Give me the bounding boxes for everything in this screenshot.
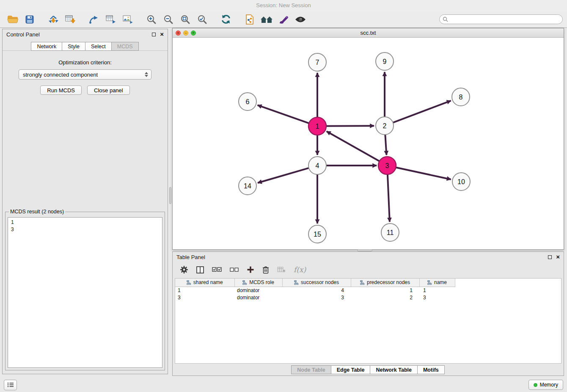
style-brush-button[interactable] [275,12,292,27]
select-all-rows-button[interactable] [212,267,222,273]
run-mcds-button[interactable]: Run MCDS [40,86,82,95]
edge-2-8[interactable] [393,101,451,123]
network-canvas[interactable]: 7968124314101511 [173,38,564,249]
tab-node-table[interactable]: Node Table [291,365,331,374]
vertical-splitter-handle[interactable] [169,187,171,204]
apply-layout-button[interactable] [258,12,275,27]
add-column-button[interactable] [247,266,254,273]
table-cell[interactable]: 1 [175,287,234,294]
criterion-dropdown[interactable]: strongly connected component [19,69,151,80]
deselect-all-rows-button[interactable] [230,267,239,273]
tab-mcds[interactable]: MCDS [111,42,139,51]
zoom-in-button[interactable] [143,12,160,27]
column-label: name [434,279,447,285]
node-4[interactable]: 4 [308,157,326,174]
window-close-icon[interactable]: × [176,30,181,36]
open-session-button[interactable] [4,12,21,27]
edge-3-1[interactable] [327,131,380,161]
float-panel-icon[interactable] [152,33,156,36]
zoom-out-button[interactable] [160,12,177,27]
network-graph[interactable]: 7968124314101511 [173,38,564,249]
table-panel: Table Panel × [172,251,564,376]
horizontal-splitter-handle[interactable] [357,249,372,251]
edge-3-11[interactable] [388,174,390,222]
table-cell[interactable]: 1 [351,287,419,294]
table-cell[interactable]: 2 [351,294,419,301]
table-cell[interactable]: dominator [234,287,282,294]
column-visibility-button[interactable] [196,266,204,273]
table-settings-button[interactable] [180,265,188,274]
tab-edge-table[interactable]: Edge Table [331,365,371,374]
window-minimize-icon[interactable]: − [183,30,188,36]
node-7[interactable]: 7 [308,53,326,71]
zoom-fit-button[interactable] [177,12,194,27]
save-session-button[interactable] [21,12,38,27]
table-cell[interactable]: 4 [282,287,351,294]
delete-column-button[interactable] [262,266,269,274]
export-image-icon [123,15,133,24]
node-15[interactable]: 15 [308,225,326,243]
node-8[interactable]: 8 [452,88,470,106]
close-table-panel-icon[interactable]: × [556,254,560,259]
show-panels-button[interactable] [4,380,17,390]
export-table-button[interactable] [102,12,119,27]
zoom-selected-button[interactable] [194,12,211,27]
deselect-all-icon [230,267,239,273]
toggle-graphics-details-button[interactable] [292,12,309,27]
column-header-name[interactable]: name [419,279,455,287]
export-network-button[interactable] [85,12,102,27]
column-header-predecessor-nodes[interactable]: predecessor nodes [351,279,419,287]
function-builder-button[interactable]: f(x) [294,265,306,274]
table-cell[interactable]: 1 [419,287,455,294]
network-document-button[interactable] [241,12,258,27]
close-panel-icon[interactable]: × [160,32,164,37]
delete-table-button[interactable] [277,266,286,273]
node-6[interactable]: 6 [239,93,256,110]
tab-network-table[interactable]: Network Table [370,365,418,374]
column-header-shared-name[interactable]: shared name [175,279,234,287]
node-14[interactable]: 14 [239,177,256,195]
node-label: 3 [385,162,389,169]
node-11[interactable]: 11 [381,224,399,241]
search-input[interactable] [450,17,559,22]
list-icon [7,382,14,387]
float-table-panel-icon[interactable] [548,255,552,259]
edge-1-2[interactable] [326,126,374,126]
mcds-result-list[interactable]: 1 3 [8,217,162,368]
window-zoom-icon[interactable]: + [191,30,196,36]
node-10[interactable]: 10 [452,173,470,190]
search-field[interactable] [439,14,563,24]
import-network-button[interactable] [45,12,62,27]
result-line: 1 [11,219,159,226]
refresh-view-button[interactable] [217,12,234,27]
column-header-successor-nodes[interactable]: successor nodes [282,279,351,287]
node-1[interactable]: 1 [308,117,326,135]
memory-button[interactable]: Memory [528,380,563,390]
import-table-button[interactable] [62,12,79,27]
columns-icon [196,266,204,273]
import-table-icon [65,15,75,24]
table-cell[interactable]: dominator [234,294,282,301]
table-cell[interactable]: 3 [282,294,351,301]
export-image-button[interactable] [119,12,136,27]
tab-network[interactable]: Network [31,42,62,51]
table-cell[interactable]: 3 [175,294,234,301]
table-cell[interactable]: 3 [419,294,455,301]
node-label: 4 [316,162,319,169]
edge-4-14[interactable] [258,168,309,183]
close-panel-button[interactable]: Close panel [87,86,130,95]
node-9[interactable]: 9 [376,52,394,70]
tab-style[interactable]: Style [62,42,85,51]
edge-2-3[interactable] [385,135,386,155]
table-row[interactable]: 1dominator411 [175,287,455,294]
table-row[interactable]: 3dominator323 [175,294,455,301]
edge-1-6[interactable] [258,105,309,123]
column-header-mcds-role[interactable]: MCDS role [234,279,282,287]
tab-select[interactable]: Select [85,42,112,51]
export-network-icon [89,15,99,24]
node-3[interactable]: 3 [378,157,396,174]
node-2[interactable]: 2 [376,117,394,135]
tab-motifs[interactable]: Motifs [417,365,445,374]
gear-icon [180,265,188,274]
edge-3-10[interactable] [396,167,451,179]
